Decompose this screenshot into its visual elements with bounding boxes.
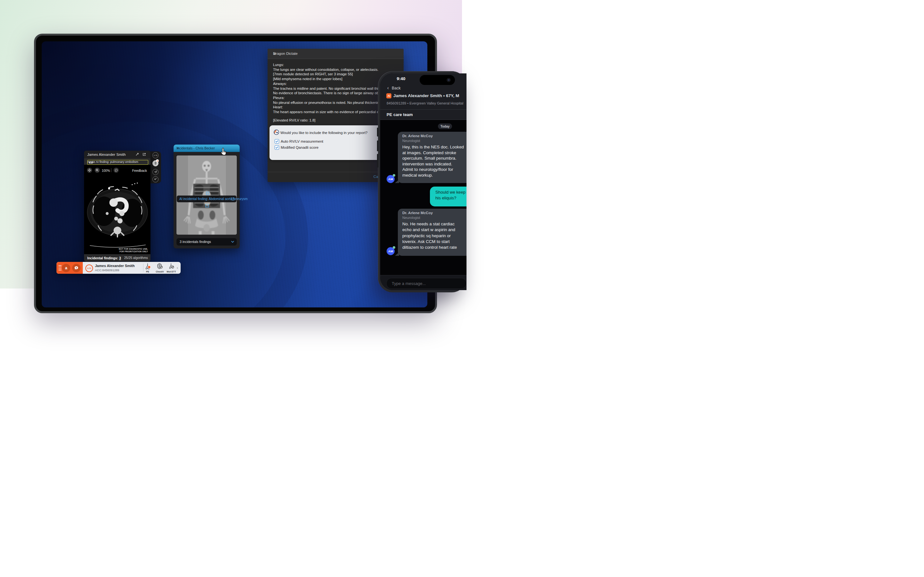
phone-header: 9:40 ‹ Back AI James Alexander Smith • 6…: [380, 73, 462, 120]
aidoc-dock-toolbar: a 3:75 James Alexander Smith ACC:8456091…: [57, 262, 181, 274]
lungs-icon: [144, 263, 151, 269]
phone-screen: 9:40 ‹ Back AI James Alexander Smith • 6…: [380, 73, 462, 288]
open-external-icon[interactable]: [142, 153, 146, 156]
checkbox-checked-icon[interactable]: [275, 139, 279, 143]
zoom-in-icon: [95, 169, 99, 172]
checkbox-label: Auto RV/LV measurement: [281, 139, 323, 143]
status-dot: [393, 174, 395, 177]
disclaimer: NOT FOR DIAGNOSTIC USE, FOR PRIORITIZATI…: [119, 248, 148, 253]
status-dot: [393, 246, 395, 249]
dock-orange-section: a: [57, 262, 83, 274]
message-incoming[interactable]: Dr. Arlene McCoy Neurologist Hey, this i…: [398, 132, 462, 183]
ai-enhance-button[interactable]: [152, 176, 158, 182]
new-chat-button[interactable]: [72, 264, 81, 272]
checkbox-label: Modified Qanadli score: [281, 145, 318, 149]
incidental-tooltip[interactable]: AI incidental finding: Abdominal aortic …: [177, 195, 236, 202]
score-value: 3:75: [153, 155, 158, 156]
sender-role: Neurologist: [402, 216, 420, 219]
sender-name: Dr. Arlene McCoy: [402, 211, 433, 215]
avatar: AM: [387, 247, 395, 255]
incidentals-window: Incidentals - Chris Becker ✕: [174, 145, 240, 248]
viewer-title: James Alexander Smith: [87, 153, 126, 156]
avatar: AM: [387, 175, 395, 183]
check-icon: [157, 160, 158, 162]
camera-icon: [447, 78, 451, 82]
finding-bar: Acute AI finding: pulmonary embolism ED: [84, 158, 150, 165]
phone-patient-name[interactable]: James Alexander Smith • 67Y, M: [393, 93, 459, 98]
ribcage-icon: [156, 263, 163, 269]
feedback-button[interactable]: Feedback: [132, 169, 147, 172]
incidentals-count: 3 incidentals findings: [180, 240, 211, 243]
ct-scan-image[interactable]: [84, 165, 150, 254]
sender-name: Dr. Arlene McCoy: [402, 134, 433, 138]
status-time: 9:40: [390, 76, 412, 81]
dock-score: 3:75: [87, 268, 91, 269]
chat-plus-icon: [74, 266, 79, 270]
pan-button[interactable]: [87, 168, 92, 173]
back-button[interactable]: Back: [392, 86, 401, 90]
chevron-down-icon[interactable]: [231, 241, 234, 243]
paper-plane-icon: [154, 170, 157, 173]
lungs-icon: [168, 263, 175, 269]
zoom-button[interactable]: [95, 168, 100, 173]
finding-bbox-abdomen[interactable]: [205, 204, 209, 207]
incidentals-titlebar[interactable]: Incidentals - Chris Becker ✕: [174, 145, 240, 152]
rv-lv-ratio-line: [Elevated RV/LV ratio: 1.8]: [273, 118, 315, 122]
message-incoming[interactable]: Dr. Arlene McCoy Neurologist No. He need…: [398, 209, 462, 256]
sender-role: Neurologist: [402, 139, 420, 143]
hand-cursor: [220, 147, 227, 156]
aidoc-logo-icon: [274, 129, 279, 135]
volume-up-button: [377, 140, 378, 151]
aidoc-logo-letter: a: [65, 266, 67, 270]
divider: [380, 109, 462, 110]
viewer-footer: Incidental findings: 3 25/25 algorithms: [84, 254, 150, 261]
comment-button[interactable]: [113, 168, 119, 173]
dictation-line: Lungs:: [273, 63, 402, 67]
dictation-line: The lungs are clear without consolidatio…: [273, 67, 402, 72]
drag-handle[interactable]: [59, 265, 61, 271]
card-question: Would you like to include the following …: [280, 131, 367, 135]
action-button: [377, 127, 378, 137]
zoom-level: 100%: [102, 169, 110, 172]
algo-label: PE: [142, 270, 153, 273]
tooltip-text: AI incidental finding: Abdominal aortic …: [179, 197, 248, 201]
pan-icon: [88, 169, 91, 172]
message-input-bar: [380, 275, 462, 288]
channel-title: PE care team: [387, 112, 413, 117]
incidentals-footer[interactable]: 3 incidentals findings: [176, 238, 237, 245]
send-button[interactable]: [152, 169, 158, 175]
dynamic-island: [420, 75, 455, 85]
date-chip: Today: [438, 123, 452, 129]
message-input[interactable]: [386, 278, 462, 288]
close-icon[interactable]: ✕: [273, 52, 399, 56]
skeleton-xray-image[interactable]: [176, 155, 237, 235]
dock-patient-name: James Alexander Smith: [95, 264, 135, 268]
volume-down-button: [377, 154, 378, 168]
checkbox-checked-icon[interactable]: [275, 145, 279, 150]
algo-label: ChestV: [154, 270, 165, 273]
score-badge[interactable]: 3:75: [152, 152, 158, 158]
check-badge: [156, 159, 159, 162]
dock-patient-acc: ACC:8456091289: [95, 268, 120, 272]
phone-frame: 9:40 ‹ Back AI James Alexander Smith • 6…: [378, 71, 462, 288]
comment-icon: [115, 169, 118, 172]
finding-bbox-chest[interactable]: [206, 192, 209, 195]
ed-badge: ED: [87, 160, 148, 165]
open-external-icon[interactable]: [231, 197, 234, 201]
algo-label: Mot ETT: [166, 270, 177, 273]
algo-chestv[interactable]: ChestV: [154, 263, 165, 273]
collapse-chevron-icon[interactable]: ‹: [177, 266, 178, 269]
close-icon[interactable]: ✕: [176, 146, 237, 150]
incidental-findings-count[interactable]: Incidental findings: 3: [87, 256, 121, 260]
algo-mot-ett[interactable]: Mot ETT: [166, 263, 177, 273]
viewer-titlebar[interactable]: James Alexander Smith: [84, 151, 150, 158]
dialog-titlebar[interactable]: Dragon Dictate ✕: [268, 49, 404, 59]
sparkles-icon: [153, 177, 157, 181]
algo-pe[interactable]: PE: [142, 263, 153, 273]
algorithms-count: 25/25 algorithms: [124, 256, 148, 259]
message-outgoing[interactable]: Should we keep his eliquis?: [430, 187, 462, 206]
aidoc-logo-button[interactable]: a: [62, 264, 70, 272]
dock-score-ring: 3:75: [86, 264, 93, 272]
expand-icon[interactable]: [136, 153, 139, 156]
back-chevron-icon[interactable]: ‹: [387, 85, 389, 90]
